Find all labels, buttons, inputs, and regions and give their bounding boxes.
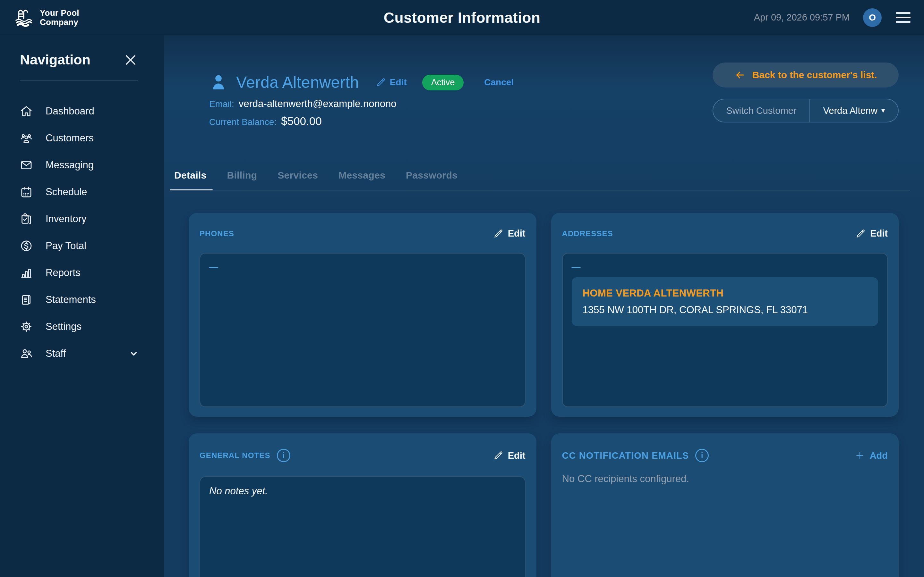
pencil-icon — [376, 77, 386, 87]
dollar-circle-icon — [20, 239, 33, 252]
main-content: Verda Altenwerth Edit Active Cancel Emai… — [164, 35, 924, 577]
chevron-down-icon — [128, 348, 139, 359]
cc-emails-card: CC NOTIFICATION EMAILS i Add No CC recip… — [551, 434, 899, 577]
pencil-icon — [855, 229, 866, 239]
phones-card-title: PHONES — [200, 229, 234, 238]
pool-ladder-icon — [13, 7, 35, 29]
general-notes-card-title: GENERAL NOTES — [200, 451, 270, 460]
email-label: Email: — [209, 99, 234, 109]
brand-name: Your Pool Company — [40, 8, 79, 26]
sidebar-item-schedule[interactable]: Schedule — [20, 179, 142, 205]
tab-messages[interactable]: Messages — [338, 170, 385, 190]
customer-name: Verda Altenwerth — [236, 73, 359, 92]
plus-icon — [855, 450, 865, 461]
sidebar-item-inventory[interactable]: Inventory — [20, 205, 142, 232]
info-icon[interactable]: i — [277, 449, 290, 462]
sidebar-item-customers[interactable]: Customers — [20, 125, 142, 152]
bar-chart-icon — [20, 266, 33, 279]
sidebar-item-label: Pay Total — [45, 240, 86, 251]
clipboard-check-icon — [20, 213, 33, 226]
statement-icon — [20, 293, 33, 306]
customer-avatar-icon — [209, 73, 228, 92]
user-avatar[interactable]: O — [863, 8, 882, 27]
notes-empty-text: No notes yet. — [209, 485, 268, 496]
sidebar-item-label: Reports — [45, 267, 81, 279]
sidebar-divider — [20, 80, 138, 81]
close-icon[interactable] — [123, 53, 138, 67]
address-entry: HOME VERDA ALTENWERTH 1355 NW 100TH DR, … — [572, 277, 879, 326]
envelope-icon — [20, 159, 33, 171]
addresses-card: ADDRESSES Edit — HOME VERDA ALTENWERTH 1… — [551, 213, 899, 417]
addresses-panel: — HOME VERDA ALTENWERTH 1355 NW 100TH DR… — [562, 253, 888, 407]
switch-customer-value: Verda Altenw — [823, 105, 877, 116]
switch-customer-label: Switch Customer — [713, 99, 809, 122]
general-notes-card: GENERAL NOTES i Edit No notes yet. — [189, 434, 536, 577]
sidebar-item-label: Schedule — [45, 186, 87, 198]
sidebar-item-label: Staff — [45, 348, 66, 359]
brand-logo: Your Pool Company — [13, 7, 79, 29]
customers-icon — [20, 132, 33, 145]
edit-phones-button[interactable]: Edit — [493, 228, 525, 239]
sidebar-item-staff[interactable]: Staff — [20, 340, 142, 367]
phones-card: PHONES Edit — — [189, 213, 536, 417]
gear-icon — [20, 320, 33, 333]
staff-icon — [20, 347, 33, 360]
edit-addresses-button[interactable]: Edit — [855, 228, 888, 239]
sidebar-item-pay-total[interactable]: Pay Total — [20, 232, 142, 259]
balance-value: $500.00 — [281, 115, 322, 127]
calendar-icon — [20, 185, 33, 198]
datetime-label: Apr 09, 2026 09:57 PM — [754, 12, 850, 23]
tab-services[interactable]: Services — [278, 170, 318, 190]
status-badge: Active — [422, 75, 464, 90]
pencil-icon — [493, 450, 503, 461]
navigation-sidebar: Navigation Dashboard Customers Messaging… — [0, 35, 164, 577]
home-icon — [20, 105, 33, 118]
back-to-customers-button[interactable]: Back to the customer's list. — [712, 63, 899, 87]
sidebar-item-label: Settings — [45, 321, 81, 332]
addresses-card-title: ADDRESSES — [562, 229, 613, 238]
addresses-empty-marker: — — [572, 262, 581, 272]
tab-passwords[interactable]: Passwords — [406, 170, 457, 190]
hamburger-menu-icon[interactable] — [895, 10, 911, 25]
cc-empty-text: No CC recipients configured. — [562, 473, 888, 485]
sidebar-item-label: Customers — [45, 132, 94, 144]
pencil-icon — [493, 229, 503, 239]
sidebar-item-messaging[interactable]: Messaging — [20, 152, 142, 179]
edit-customer-button[interactable]: Edit — [376, 77, 407, 87]
tab-details[interactable]: Details — [174, 170, 206, 190]
cc-emails-card-title: CC NOTIFICATION EMAILS — [562, 450, 689, 461]
address-entry-title: HOME VERDA ALTENWERTH — [583, 287, 867, 299]
customer-tabs: Details Billing Services Messages Passwo… — [174, 170, 910, 190]
address-entry-line: 1355 NW 100TH DR, CORAL SPRINGS, FL 3307… — [583, 304, 867, 316]
email-value: verda-altenwerth@example.nonono — [239, 98, 397, 110]
sidebar-item-label: Inventory — [45, 213, 87, 225]
tab-billing[interactable]: Billing — [227, 170, 257, 190]
info-icon[interactable]: i — [695, 449, 709, 462]
sidebar-item-label: Messaging — [45, 159, 94, 171]
sidebar-item-settings[interactable]: Settings — [20, 313, 142, 340]
sidebar-title: Navigation — [20, 52, 90, 68]
cancel-customer-button[interactable]: Cancel — [484, 77, 514, 87]
sidebar-item-label: Dashboard — [45, 105, 94, 117]
sidebar-item-statements[interactable]: Statements — [20, 286, 142, 313]
switch-customer-select[interactable]: Switch Customer Verda Altenw ▾ — [712, 99, 899, 122]
edit-notes-button[interactable]: Edit — [493, 450, 525, 461]
sidebar-item-label: Statements — [45, 294, 96, 306]
arrow-left-icon — [734, 69, 746, 81]
top-header: Your Pool Company Customer Information A… — [0, 0, 924, 35]
phones-empty-marker: — — [209, 262, 218, 272]
chevron-down-icon: ▾ — [881, 106, 885, 115]
sidebar-nav-list: Dashboard Customers Messaging Schedule I… — [20, 98, 142, 367]
sidebar-item-reports[interactable]: Reports — [20, 259, 142, 286]
add-cc-email-button[interactable]: Add — [855, 450, 888, 461]
balance-label: Current Balance: — [209, 117, 276, 127]
sidebar-item-dashboard[interactable]: Dashboard — [20, 98, 142, 125]
notes-panel: No notes yet. — [200, 476, 525, 577]
phones-panel: — — [200, 253, 525, 407]
